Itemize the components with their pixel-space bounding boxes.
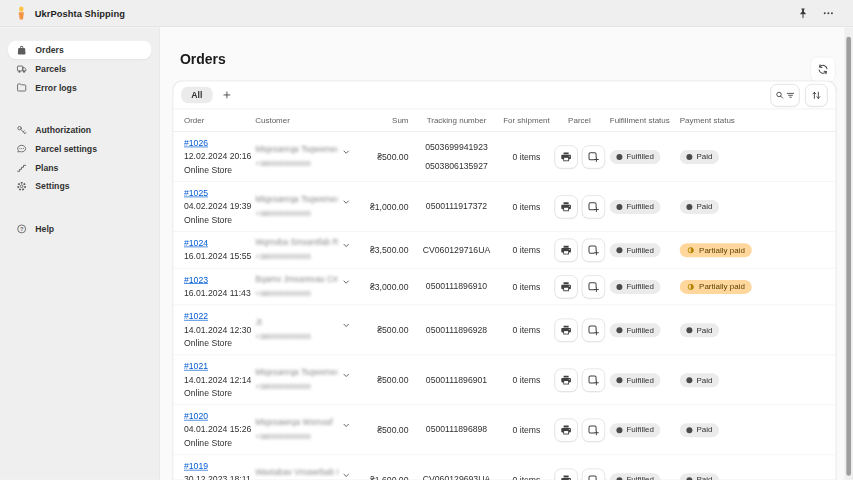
- create-parcel-button[interactable]: [581, 368, 604, 391]
- for-shipment-count: 0 items: [500, 475, 552, 480]
- tracking-number: CV060129716UA: [413, 243, 501, 256]
- tracking-number: 05036999419230503806135927: [413, 140, 501, 173]
- sidebar-item-authorization[interactable]: Authorization: [8, 121, 151, 140]
- order-link[interactable]: #1025: [184, 188, 208, 198]
- fulfillment-status-badge: Fulfilled: [610, 373, 661, 387]
- refresh-button[interactable]: [810, 57, 835, 82]
- create-parcel-button[interactable]: [581, 195, 604, 218]
- for-shipment-count: 0 items: [500, 202, 552, 212]
- order-sum: ₴500.00: [355, 375, 412, 385]
- order-link[interactable]: #1021: [184, 361, 208, 371]
- create-parcel-button[interactable]: [581, 238, 604, 261]
- column-header: Payment status: [674, 116, 835, 125]
- print-label-button[interactable]: [554, 318, 577, 341]
- create-parcel-button[interactable]: [581, 275, 604, 298]
- complete-dot-icon: [686, 204, 692, 210]
- more-actions-button[interactable]: [818, 3, 838, 23]
- order-channel: Online Store: [184, 436, 255, 449]
- printer-icon: [559, 150, 572, 163]
- pin-app-button[interactable]: [793, 3, 813, 23]
- printer-icon: [559, 244, 572, 257]
- customer-name-redacted: Mtqxsanrqa Tsqwxmeou...: [255, 193, 338, 206]
- for-shipment-count: 0 items: [500, 375, 552, 385]
- sidebar-item-error-logs[interactable]: Error logs: [8, 78, 151, 97]
- add-parcel-icon: [587, 244, 600, 257]
- print-label-button[interactable]: [554, 418, 577, 441]
- order-link[interactable]: #1023: [184, 275, 208, 285]
- sidebar-item-orders[interactable]: Orders: [8, 41, 151, 60]
- chevron-down-icon[interactable]: [341, 421, 351, 431]
- fulfillment-status-badge: Fulfilled: [610, 323, 661, 337]
- customer-cell: Wqmxba Smxantfab Rm... +380000000000: [255, 237, 355, 264]
- printer-icon: [559, 200, 572, 213]
- complete-dot-icon: [616, 377, 622, 383]
- order-link[interactable]: #1019: [184, 461, 208, 471]
- ukrposhta-app-logo-icon: [16, 6, 27, 21]
- sort-button[interactable]: [805, 84, 828, 107]
- create-parcel-button[interactable]: [581, 318, 604, 341]
- order-link[interactable]: #1020: [184, 411, 208, 421]
- sidebar-item-plans[interactable]: Plans: [8, 158, 151, 177]
- filter-tabs-row: All: [173, 81, 835, 109]
- chevron-down-icon[interactable]: [341, 197, 351, 207]
- main-content: Orders All: [160, 27, 853, 479]
- create-parcel-button[interactable]: [581, 418, 604, 441]
- order-link[interactable]: #1022: [184, 311, 208, 321]
- tab-all[interactable]: All: [181, 87, 212, 104]
- scrollbar-thumb[interactable]: [846, 37, 851, 476]
- chevron-down-icon[interactable]: [341, 321, 351, 331]
- create-parcel-button[interactable]: [581, 145, 604, 168]
- customer-phone-redacted: +380000000000: [255, 381, 338, 394]
- chevron-down-icon[interactable]: [341, 277, 351, 287]
- page-title: Orders: [180, 51, 226, 67]
- complete-dot-icon: [616, 427, 622, 433]
- sidebar-item-help[interactable]: Help: [8, 219, 151, 238]
- column-header: Parcel: [552, 116, 606, 125]
- order-sum: ₴3,000.00: [355, 282, 412, 292]
- tracking-number: 0500111896898: [413, 423, 501, 436]
- complete-dot-icon: [686, 154, 692, 160]
- add-parcel-icon: [587, 150, 600, 163]
- table-header: OrderCustomerSumTracking numberFor shipm…: [173, 109, 835, 132]
- chevron-down-icon[interactable]: [341, 470, 351, 479]
- search-icon: [775, 90, 785, 101]
- customer-cell: Mtqxsanrqa Tsqwxmeou... +380000000000: [255, 367, 355, 394]
- order-sum: ₴1,600.00: [355, 475, 412, 480]
- print-label-button[interactable]: [554, 145, 577, 168]
- print-label-button[interactable]: [554, 195, 577, 218]
- partial-circle-icon: [686, 246, 695, 255]
- order-date: 04.02.2024 19:39: [184, 200, 255, 213]
- search-and-filter-button[interactable]: [770, 84, 799, 107]
- chevron-down-icon[interactable]: [341, 371, 351, 381]
- add-view-button[interactable]: [218, 86, 237, 105]
- for-shipment-count: 0 items: [500, 325, 552, 335]
- order-sum: ₴1,000.00: [355, 202, 412, 212]
- order-channel: Online Store: [184, 213, 255, 226]
- print-label-button[interactable]: [554, 275, 577, 298]
- order-link[interactable]: #1026: [184, 138, 208, 148]
- chat-icon: [16, 143, 27, 154]
- create-parcel-button[interactable]: [581, 468, 604, 480]
- complete-dot-icon: [686, 377, 692, 383]
- print-label-button[interactable]: [554, 238, 577, 261]
- customer-phone-redacted: +380000000000: [255, 251, 338, 264]
- complete-dot-icon: [686, 427, 692, 433]
- chevron-down-icon[interactable]: [341, 241, 351, 251]
- print-label-button[interactable]: [554, 468, 577, 480]
- order-sum: ₴500.00: [355, 425, 412, 435]
- payment-status-badge: Paid: [680, 150, 719, 164]
- printer-icon: [559, 324, 572, 337]
- fulfillment-status-badge: Fulfilled: [610, 150, 661, 164]
- table-row: #1024 16.01.2024 15:55 Wqmxba Smxantfab …: [173, 232, 835, 269]
- payment-status-badge: Partially paid: [680, 243, 752, 257]
- app-window: UkrPoshta Shipping Orders Parcels Error …: [0, 0, 853, 480]
- customer-name-redacted: Mtqxsanrqa Tsqwxmeou...: [255, 143, 338, 156]
- sidebar-item-settings[interactable]: Settings: [8, 177, 151, 196]
- sidebar-item-parcel-settings[interactable]: Parcel settings: [8, 139, 151, 158]
- help-icon: [16, 223, 27, 234]
- order-link[interactable]: #1024: [184, 238, 208, 248]
- chevron-down-icon[interactable]: [341, 147, 351, 157]
- sidebar-item-parcels[interactable]: Parcels: [8, 59, 151, 78]
- key-icon: [16, 124, 27, 135]
- print-label-button[interactable]: [554, 368, 577, 391]
